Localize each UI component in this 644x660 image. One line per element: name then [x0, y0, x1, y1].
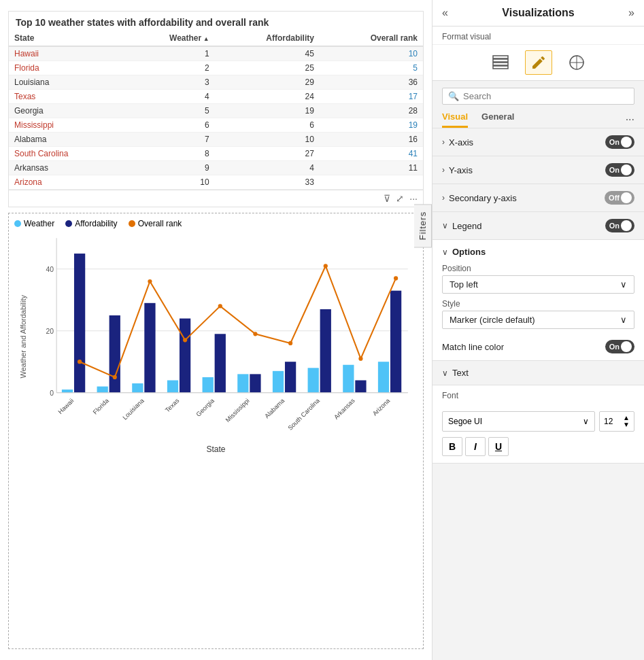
match-line-label: Match line color — [442, 342, 504, 352]
col-affordability[interactable]: Affordability — [215, 31, 320, 46]
cell-affordability: 24 — [215, 90, 320, 104]
format-visual-label: Format visual — [433, 27, 644, 45]
cell-state: Arizona — [9, 175, 124, 190]
svg-rect-18 — [202, 377, 213, 393]
panel-header: « Visualizations » — [433, 0, 644, 27]
underline-button[interactable]: U — [488, 437, 509, 456]
cell-overall-rank — [320, 175, 423, 190]
col-weather[interactable]: Weather — [124, 31, 215, 46]
legend-toggle[interactable]: On — [605, 219, 634, 232]
table-row: Mississippi 6 6 19 — [9, 118, 423, 133]
more-icon[interactable]: ··· — [409, 193, 418, 204]
svg-point-42 — [288, 341, 292, 345]
y-axis-toggle[interactable]: On — [605, 163, 634, 177]
tab-general[interactable]: General — [481, 111, 514, 128]
svg-text:Georgia: Georgia — [194, 397, 216, 418]
analytics-viz-icon[interactable] — [563, 50, 590, 75]
filter-icon[interactable]: ⊽ — [384, 193, 390, 204]
section-x-axis[interactable]: › X-axis On — [433, 128, 644, 156]
forward-chevron[interactable]: » — [628, 7, 634, 19]
svg-text:0: 0 — [50, 389, 54, 397]
table-footer: ⊽ ⤢ ··· — [9, 190, 423, 207]
cell-overall-rank: 19 — [320, 118, 423, 133]
cell-overall-rank: 36 — [320, 75, 423, 90]
section-legend[interactable]: ∨ Legend On — [433, 212, 644, 240]
svg-rect-9 — [97, 387, 107, 393]
match-line-row: Match line color On — [442, 334, 634, 353]
font-dropdown[interactable]: Segoe UI ∨ — [442, 411, 595, 432]
cell-weather: 3 — [124, 75, 215, 90]
svg-text:South Carolina: South Carolina — [286, 397, 321, 432]
options-header: ∨ Options — [442, 247, 634, 257]
svg-rect-16 — [180, 319, 190, 393]
font-label: Font — [442, 391, 634, 400]
tab-visual[interactable]: Visual — [442, 111, 468, 128]
font-size-input[interactable]: 12 ▲▼ — [599, 411, 634, 432]
tab-more[interactable]: ··· — [626, 114, 634, 126]
svg-point-41 — [253, 332, 257, 336]
style-label: Style — [442, 299, 634, 309]
svg-rect-13 — [144, 303, 155, 393]
bold-button[interactable]: B — [442, 437, 462, 456]
cell-weather: 2 — [124, 61, 215, 75]
section-text[interactable]: ∨ Text — [433, 361, 644, 385]
legend-label-text: Weather — [24, 219, 54, 228]
cell-overall-rank: 17 — [320, 90, 423, 104]
position-label: Position — [442, 264, 634, 273]
options-chevron: ∨ — [442, 247, 448, 257]
svg-text:Hawaii: Hawaii — [56, 397, 75, 415]
right-panel: « Visualizations » Format visual — [432, 0, 644, 660]
search-icon: 🔍 — [448, 91, 459, 101]
cell-weather: 1 — [124, 46, 215, 61]
legend-label: Legend — [452, 221, 605, 231]
legend-label-text: Affordability — [75, 219, 117, 228]
filters-tab[interactable]: Filters — [414, 204, 432, 247]
x-axis-toggle[interactable]: On — [605, 135, 634, 149]
section-secondary-y-axis[interactable]: › Secondary y-axis Off — [433, 184, 644, 212]
font-row: Segoe UI ∨ 12 ▲▼ — [433, 406, 644, 432]
cell-state: Hawaii — [9, 46, 124, 61]
data-table: State Weather Affordability Overall rank… — [9, 31, 423, 190]
position-dropdown[interactable]: Top left ∨ — [442, 275, 634, 294]
options-title: Options — [452, 247, 486, 257]
svg-text:40: 40 — [46, 266, 54, 273]
format-viz-icon[interactable] — [525, 50, 552, 75]
chart-wrapper: Weather and Affordability 02040HawaiiFlo… — [14, 231, 418, 442]
style-value: Marker (circle default) — [450, 315, 535, 325]
text-chevron: ∨ — [442, 368, 448, 378]
svg-rect-30 — [343, 365, 354, 393]
expand-icon[interactable]: ⤢ — [396, 193, 404, 204]
section-y-axis[interactable]: › Y-axis On — [433, 156, 644, 184]
svg-rect-25 — [285, 362, 296, 392]
col-overall-rank[interactable]: Overall rank — [320, 31, 423, 46]
svg-point-39 — [183, 338, 187, 342]
svg-rect-24 — [273, 371, 284, 393]
y-axis-label: Y-axis — [449, 165, 605, 175]
style-dropdown[interactable]: Marker (circle default) ∨ — [442, 311, 634, 329]
table-title: Top 10 weather states with affordability… — [9, 12, 423, 31]
svg-point-44 — [358, 357, 362, 361]
italic-button[interactable]: I — [465, 437, 486, 456]
cell-overall-rank: 41 — [320, 147, 423, 161]
svg-rect-21 — [237, 374, 248, 392]
svg-point-36 — [78, 360, 82, 364]
col-state[interactable]: State — [9, 31, 124, 46]
table-viz-icon[interactable] — [487, 50, 514, 75]
svg-text:Arkansas: Arkansas — [333, 397, 356, 421]
cell-overall-rank: 28 — [320, 104, 423, 118]
cell-overall-rank: 10 — [320, 46, 423, 61]
chart-section: WeatherAffordabilityOverall rank Weather… — [8, 213, 424, 649]
match-line-toggle[interactable]: On — [605, 340, 634, 353]
search-input[interactable] — [463, 91, 628, 101]
table-row: South Carolina 8 27 41 — [9, 147, 423, 161]
font-size-value: 12 — [604, 417, 613, 426]
secondary-y-axis-toggle[interactable]: Off — [605, 191, 634, 205]
tabs-row: Visual General ··· — [433, 109, 644, 128]
search-row[interactable]: 🔍 — [442, 88, 634, 105]
svg-text:Texas: Texas — [164, 397, 180, 413]
position-value: Top left — [450, 279, 478, 290]
x-axis-label: X-axis — [449, 137, 605, 147]
cell-affordability: 29 — [215, 75, 320, 90]
back-chevron[interactable]: « — [442, 7, 448, 19]
font-size-stepper-icon[interactable]: ▲▼ — [623, 415, 630, 428]
